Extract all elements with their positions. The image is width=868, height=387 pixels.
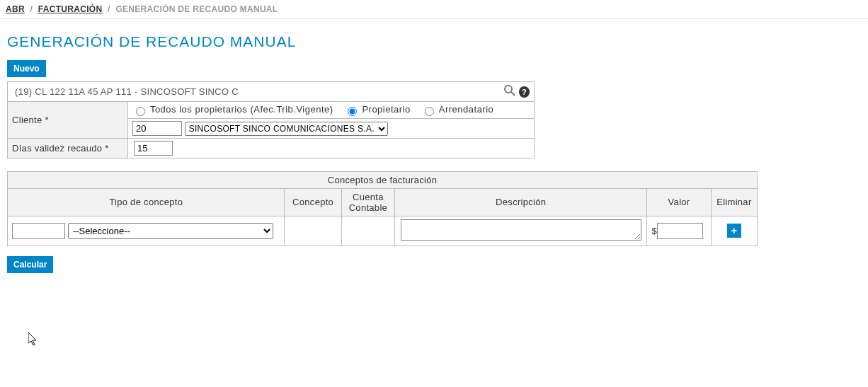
radio-arrendatario-label: Arrendatario — [439, 104, 494, 115]
row-codigo-input[interactable] — [12, 223, 65, 239]
row-concepto-cell — [285, 216, 341, 246]
col-descripcion: Descripción — [395, 188, 647, 216]
valor-prefix: $ — [651, 226, 657, 236]
col-valor: Valor — [647, 188, 711, 216]
help-icon[interactable]: ? — [519, 86, 530, 98]
svg-line-1 — [511, 92, 515, 96]
svg-point-0 — [505, 86, 512, 93]
radio-propietario[interactable] — [348, 107, 357, 116]
cliente-select[interactable]: SINCOSOFT SINCO COMUNICACIONES S.A. — [185, 122, 388, 136]
row-valor-input[interactable] — [657, 223, 703, 239]
conceptos-table: Conceptos de facturación Tipo de concept… — [7, 171, 758, 246]
table-row: --Seleccione-- $ + — [8, 216, 758, 246]
calcular-button[interactable]: Calcular — [7, 256, 53, 273]
dias-validez-input[interactable] — [134, 141, 173, 156]
grid-group-header: Conceptos de facturación — [8, 171, 758, 188]
breadcrumb: ABR / FACTURACIÓN / GENERACIÓN DE RECAUD… — [0, 0, 868, 19]
breadcrumb-abr[interactable]: ABR — [6, 4, 25, 14]
col-eliminar: Eliminar — [711, 188, 757, 216]
radio-propietario-label: Propietario — [362, 104, 410, 115]
breadcrumb-current: GENERACIÓN DE RECAUDO MANUAL — [115, 4, 278, 14]
breadcrumb-facturacion[interactable]: FACTURACIÓN — [38, 4, 103, 14]
cliente-label: Cliente * — [8, 102, 128, 139]
search-icon[interactable] — [503, 84, 516, 99]
radio-arrendatario-wrap[interactable]: Arrendatario — [421, 104, 493, 116]
radio-todos[interactable] — [136, 107, 145, 116]
page-title: GENERACIÓN DE RECAUDO MANUAL — [7, 33, 861, 50]
add-button[interactable]: + — [727, 224, 741, 238]
radio-todos-label: Todos los propietarios (Afec.Trib.Vigent… — [150, 104, 333, 115]
cliente-codigo-input[interactable] — [132, 121, 182, 136]
radio-arrendatario[interactable] — [425, 107, 434, 116]
col-cuenta: Cuenta Contable — [341, 188, 394, 216]
row-tipo-select[interactable]: --Seleccione-- — [68, 223, 273, 239]
header-table: ? Cliente * Todos los propietarios (Afec… — [7, 81, 535, 158]
row-cuenta-cell — [341, 216, 394, 246]
row-descripcion-textarea[interactable] — [401, 219, 641, 241]
col-concepto: Concepto — [285, 188, 341, 216]
dias-validez-label: Días validez recaudo * — [8, 138, 128, 158]
col-tipo: Tipo de concepto — [8, 188, 285, 216]
search-input[interactable] — [12, 83, 503, 100]
nuevo-button[interactable]: Nuevo — [7, 60, 46, 77]
radio-propietario-wrap[interactable]: Propietario — [344, 104, 411, 116]
radio-todos-wrap[interactable]: Todos los propietarios (Afec.Trib.Vigent… — [132, 104, 333, 116]
